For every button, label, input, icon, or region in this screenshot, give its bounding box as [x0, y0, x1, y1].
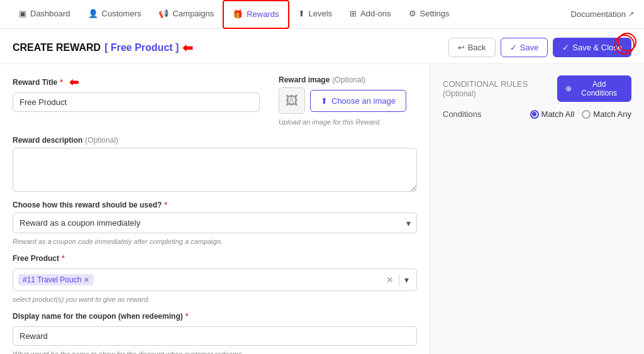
dashboard-icon: ▣ — [19, 9, 26, 18]
save-close-button[interactable]: ✓ Save & Close — [553, 38, 631, 57]
add-icon: ⊕ — [565, 84, 572, 93]
top-navigation: ▣ Dashboard 👤 Customers 📢 Campaigns 🎁 Re… — [0, 0, 644, 29]
reward-title-arrow: ⬅ — [69, 75, 79, 89]
how-hint: Reward as a coupon code immediately afte… — [13, 238, 417, 245]
reward-title-group: Reward Title * ⬅ — [13, 75, 260, 112]
tag-clear-button[interactable]: ✕ — [384, 275, 396, 285]
free-product-input-wrapper: #11 Travel Pouch ✕ ✕ ▾ ⬅ — [13, 268, 417, 291]
tag-divider — [399, 274, 399, 286]
save-button[interactable]: ✓ Save — [501, 38, 548, 57]
match-any-option[interactable]: Match Any — [582, 109, 631, 119]
display-name-group: Display name for the coupon (when redeem… — [13, 312, 417, 354]
nav-rewards[interactable]: 🎁 Rewards — [223, 0, 289, 29]
description-label: Reward description (Optional) — [13, 136, 417, 145]
back-icon: ↩ — [458, 43, 465, 52]
settings-icon: ⚙ — [409, 9, 416, 18]
image-placeholder-icon: 🖼 — [286, 94, 298, 108]
reward-image-group: Reward image (Optional) 🖼 ⬆ Choose an im… — [279, 75, 417, 126]
tag-input-actions: ✕ ▾ — [384, 274, 411, 286]
rewards-icon: 🎁 — [233, 9, 243, 19]
nav-levels[interactable]: ⬆ Levels — [289, 0, 341, 29]
levels-icon: ⬆ — [298, 9, 305, 18]
nav-settings[interactable]: ⚙ Settings — [400, 0, 458, 29]
customers-icon: 👤 — [88, 9, 98, 18]
campaigns-icon: 📢 — [158, 9, 169, 18]
nav-addons[interactable]: ⊞ Add-ons — [341, 0, 399, 29]
nav-campaigns[interactable]: 📢 Campaigns — [150, 0, 223, 29]
free-product-tag-input[interactable]: #11 Travel Pouch ✕ ✕ ▾ — [13, 268, 417, 291]
main-area: Reward Title * ⬅ Reward image (Optional)… — [0, 64, 644, 354]
addons-icon: ⊞ — [350, 9, 357, 18]
conditions-row: Conditions Match All Match Any — [443, 109, 631, 119]
match-radio-group: Match All Match Any — [530, 109, 631, 119]
conditional-title: CONDITIONAL RULES (Optional) — [443, 79, 557, 98]
image-icon-box: 🖼 — [279, 87, 305, 114]
page-title: CREATE REWARD [ Free Product ] ⬅ — [13, 40, 193, 55]
documentation-link[interactable]: Documentation ↗ — [571, 9, 634, 19]
save-icon: ✓ — [510, 43, 517, 52]
conditional-rules-header: CONDITIONAL RULES (Optional) ⊕ Add Condi… — [443, 75, 631, 102]
back-button[interactable]: ↩ Back — [448, 38, 496, 57]
reward-title-label: Reward Title * ⬅ — [13, 75, 260, 89]
upload-hint: Upload an image for this Reward. — [279, 118, 417, 126]
add-conditions-button[interactable]: ⊕ Add Conditions — [557, 75, 631, 102]
image-upload-icon: ⬆ — [321, 96, 328, 106]
display-name-input[interactable] — [13, 326, 417, 346]
page-header: CREATE REWARD [ Free Product ] ⬅ ↩ Back … — [0, 29, 644, 64]
free-product-hint: select product(s) you want to give as re… — [13, 296, 417, 303]
display-name-label: Display name for the coupon (when redeem… — [13, 312, 417, 321]
save-close-icon: ✓ — [562, 43, 569, 52]
conditions-label: Conditions — [443, 109, 481, 119]
tag-dropdown-button[interactable]: ▾ — [402, 275, 411, 285]
nav-customers[interactable]: 👤 Customers — [79, 0, 150, 29]
how-to-use-select[interactable]: Reward as a coupon immediately — [13, 213, 417, 233]
match-any-radio[interactable] — [582, 110, 591, 119]
how-to-use-label: Choose how this reward should be used? * — [13, 201, 417, 209]
title-arrow: ⬅ — [182, 40, 193, 55]
description-group: Reward description (Optional) — [13, 136, 417, 192]
description-textarea[interactable] — [13, 148, 417, 192]
right-panel: CONDITIONAL RULES (Optional) ⊕ Add Condi… — [430, 64, 644, 354]
free-product-label: Free Product * — [13, 254, 417, 263]
left-panel: Reward Title * ⬅ Reward image (Optional)… — [0, 64, 430, 354]
image-upload-area: 🖼 ⬆ Choose an image — [279, 87, 417, 114]
how-to-use-group: Choose how this reward should be used? *… — [13, 201, 417, 245]
page-content: CREATE REWARD [ Free Product ] ⬅ ↩ Back … — [0, 29, 644, 354]
reward-image-label: Reward image (Optional) — [279, 75, 417, 84]
nav-dashboard[interactable]: ▣ Dashboard — [10, 0, 79, 29]
external-link-icon: ↗ — [628, 10, 634, 18]
match-all-radio[interactable] — [530, 110, 539, 119]
display-name-hint: What would be the name to show for the d… — [13, 350, 417, 354]
how-to-use-select-wrapper: Reward as a coupon immediately ▾ ⬅ — [13, 213, 417, 233]
match-all-option[interactable]: Match All — [530, 109, 575, 119]
choose-image-button[interactable]: ⬆ Choose an image — [310, 90, 406, 112]
travel-pouch-tag: #11 Travel Pouch ✕ — [18, 274, 94, 285]
reward-title-input[interactable] — [13, 92, 260, 112]
tag-remove-button[interactable]: ✕ — [84, 276, 89, 284]
header-actions: ↩ Back ✓ Save ✓ Save & Close — [448, 38, 631, 57]
free-product-group: Free Product * #11 Travel Pouch ✕ ✕ ▾ — [13, 254, 417, 303]
